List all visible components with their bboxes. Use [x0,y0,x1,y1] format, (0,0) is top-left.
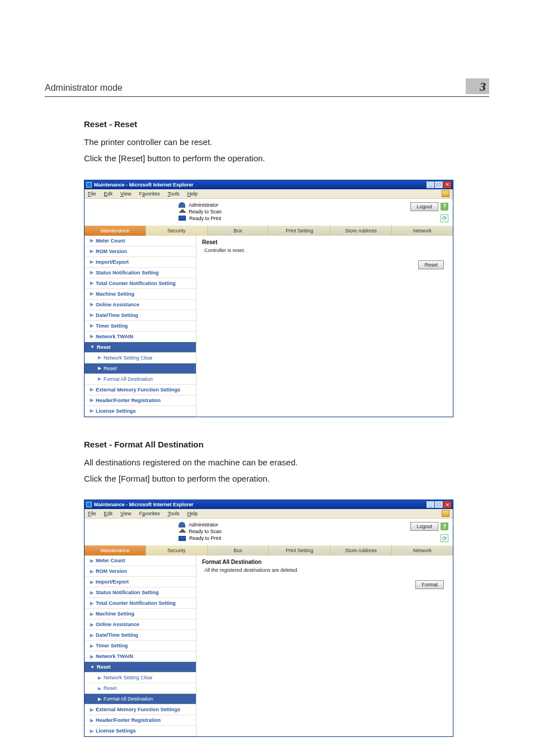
ie-app-icon [86,182,92,188]
sidebar-item[interactable]: ▶External Memory Function Settings [85,704,196,715]
tab-store-address[interactable]: Store Address [330,226,392,236]
section-title: Reset - Reset [84,119,489,129]
sidebar-item[interactable]: ▶Machine Setting [85,289,196,300]
printer-icon [179,536,186,541]
sidebar-item[interactable]: ▶Network Setting Clear [85,673,196,683]
sidebar-item[interactable]: ▶Status Notification Setting [85,268,196,278]
body-text: Click the [Format] button to perform the… [84,472,489,485]
tab-security[interactable]: Security [146,545,208,556]
sidebar-item[interactable]: ▶Import/Export [85,577,196,587]
tab-print-setting[interactable]: Print Setting [269,545,330,556]
help-icon[interactable]: ? [441,522,448,530]
refresh-icon[interactable]: ⟳ [441,214,448,222]
sidebar-item[interactable]: ▶Header/Footer Registration [85,395,196,406]
sidebar-item[interactable]: ▶Header/Footer Registration [85,715,196,726]
sidebar-item[interactable]: ▼Reset [85,342,196,353]
sidebar-item[interactable]: ▶External Memory Function Settings [85,385,196,395]
sidebar-item[interactable]: ▶License Settings [85,406,196,417]
sidebar-item[interactable]: ▶Network Setting Clear [85,353,196,363]
menu-item[interactable]: View [120,191,131,197]
triangle-right-icon: ▶ [90,302,93,307]
sidebar-nav: ▶Meter Count▶ROM Version▶Import/Export▶S… [85,556,196,736]
minimize-button[interactable]: _ [427,181,434,188]
close-button[interactable]: ✕ [443,501,451,508]
sidebar-item[interactable]: ▶Format All Destination [85,694,196,704]
tab-security[interactable]: Security [146,226,208,236]
main-tabstrip: MaintenanceSecurityBoxPrint SettingStore… [85,545,453,556]
close-button[interactable]: ✕ [443,181,451,188]
sidebar-item[interactable]: ▶License Settings [85,726,196,736]
sidebar-item[interactable]: ▶Reset [85,683,196,694]
sidebar-item[interactable]: ▶Timer Setting [85,641,196,651]
window-titlebar[interactable]: Maintenance - Microsoft Internet Explore… [85,500,453,509]
sidebar-item[interactable]: ▶Machine Setting [85,609,196,619]
menu-item[interactable]: View [120,511,131,516]
window-titlebar[interactable]: Maintenance - Microsoft Internet Explore… [85,180,453,189]
triangle-right-icon: ▶ [90,398,93,403]
menu-item[interactable]: Favorites [139,191,160,197]
tab-print-setting[interactable]: Print Setting [269,226,330,236]
logout-button[interactable]: Logout [410,522,438,531]
main-pane: Reset Controller is reset. Reset [196,236,453,417]
triangle-right-icon: ▶ [90,323,93,328]
maximize-button[interactable]: □ [435,181,443,188]
pane-title: Reset [202,239,447,245]
embedded-screenshot: Maintenance - Microsoft Internet Explore… [84,180,453,417]
maximize-button[interactable]: □ [435,501,443,508]
sidebar-item[interactable]: ▶Meter Count [85,236,196,246]
sidebar-item-label: Network Setting Clear [104,355,153,361]
pane-message: Controller is reset. [204,248,447,253]
menu-item[interactable]: Tools [167,191,179,197]
sidebar-item[interactable]: ▶Status Notification Setting [85,587,196,598]
embedded-screenshot: Maintenance - Microsoft Internet Explore… [84,500,453,737]
primary-action-button[interactable]: Reset [418,260,444,269]
menu-item[interactable]: File [88,511,96,516]
menu-item[interactable]: Tools [167,511,179,516]
sidebar-item[interactable]: ▶Date/Time Setting [85,630,196,641]
triangle-right-icon: ▶ [90,569,93,574]
sidebar-item[interactable]: ▶ROM Version [85,246,196,257]
sidebar-item[interactable]: ▼Reset [85,662,196,673]
primary-action-button[interactable]: Format [415,580,444,589]
sidebar-item[interactable]: ▶Online Assistance [85,300,196,310]
menu-item[interactable]: Help [187,191,198,197]
sidebar-item[interactable]: ▶ROM Version [85,566,196,577]
sidebar-item[interactable]: ▶Total Counter Notification Setting [85,598,196,609]
sidebar-item-label: Total Counter Notification Setting [96,600,176,606]
sidebar-item[interactable]: ▶Format All Destination [85,374,196,385]
sidebar-nav: ▶Meter Count▶ROM Version▶Import/Export▶S… [85,236,196,417]
tab-maintenance[interactable]: Maintenance [85,545,146,556]
tab-store-address[interactable]: Store Address [330,545,392,556]
sidebar-item[interactable]: ▶Total Counter Notification Setting [85,278,196,289]
tab-maintenance[interactable]: Maintenance [85,226,146,236]
menu-item[interactable]: Edit [104,191,113,197]
sidebar-item[interactable]: ▶Network TWAIN [85,651,196,662]
tab-network[interactable]: Network [392,226,453,236]
sidebar-item-label: Reset [97,344,111,350]
sidebar-item-label: Machine Setting [96,291,134,297]
sidebar-item[interactable]: ▶Online Assistance [85,619,196,630]
tab-network[interactable]: Network [392,545,453,556]
refresh-icon[interactable]: ⟳ [441,534,448,542]
sidebar-item-label: Header/Footer Registration [96,398,161,403]
logout-button[interactable]: Logout [410,202,438,211]
menu-item[interactable]: Favorites [139,511,160,516]
menu-item[interactable]: File [88,191,96,197]
sidebar-item[interactable]: ▶Timer Setting [85,321,196,332]
sidebar-item[interactable]: ▶Reset [85,363,196,374]
sidebar-item[interactable]: ▶Meter Count [85,556,196,566]
sidebar-item[interactable]: ▶Network TWAIN [85,332,196,342]
window-title: Maintenance - Microsoft Internet Explore… [94,182,424,188]
menu-item[interactable]: Edit [104,511,113,516]
chevron-down-icon: ▼ [90,344,95,349]
sidebar-item[interactable]: ▶Date/Time Setting [85,310,196,321]
minimize-button[interactable]: _ [427,501,434,508]
sidebar-item-label: Reset [104,685,117,691]
sidebar-item[interactable]: ▶Import/Export [85,257,196,268]
tab-box[interactable]: Box [208,545,269,556]
tab-box[interactable]: Box [208,226,269,236]
triangle-right-icon: ▶ [90,281,93,286]
sidebar-item-label: Network TWAIN [96,334,133,339]
help-icon[interactable]: ? [441,203,448,211]
menu-item[interactable]: Help [187,511,198,516]
